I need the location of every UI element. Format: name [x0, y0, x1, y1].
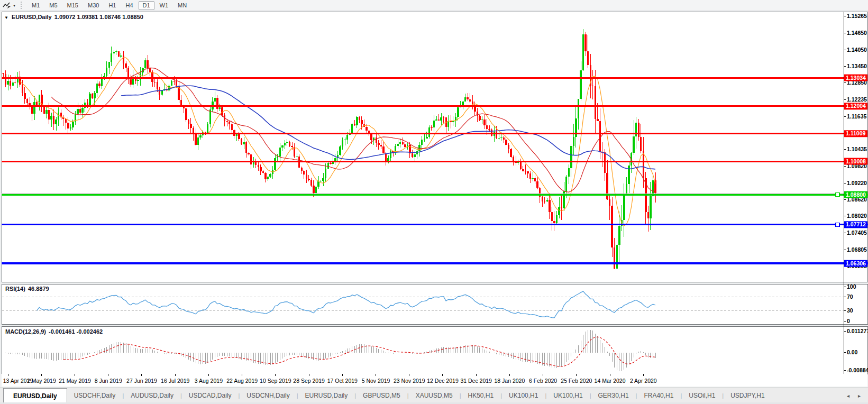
timeframe-button-m30[interactable]: M30 [84, 1, 103, 10]
date-label: 5 Nov 2019 [362, 378, 390, 384]
price-badge-label: 1.13034 [846, 75, 866, 81]
timeframe-button-h1[interactable]: H1 [104, 1, 120, 10]
chart-cursor-icon[interactable] [2, 1, 12, 10]
price-tick-label: 1.11635 [847, 113, 867, 120]
date-label: 10 Sep 2019 [260, 378, 291, 384]
date-label: 14 Mar 2020 [595, 378, 626, 384]
date-label: 6 Feb 2020 [529, 378, 557, 384]
chart-title-ohlc: 1.09072 1.09381 1.08746 1.08850 [54, 14, 143, 20]
price-tick-label: 1.08020 [847, 213, 867, 219]
rsi-tick-label: 70 [847, 293, 853, 300]
macd-name: MACD(12,26,9) [5, 328, 46, 335]
date-label: 12 Dec 2019 [427, 378, 459, 384]
chart-tab-gbpusd-m5[interactable]: GBPUSD,M5 [356, 388, 407, 403]
rsi-name: RSI(14) [5, 286, 25, 292]
timeframe-button-h4[interactable]: H4 [121, 1, 137, 10]
date-label: 18 Jan 2020 [495, 378, 525, 384]
macd-panel [2, 326, 867, 374]
hline-handle-1.07712[interactable] [836, 223, 839, 226]
chart-tabs: EURUSD,DailyUSDCHF,Daily|AUDUSD,Daily|US… [0, 388, 772, 403]
rsi-tick-label: 100 [847, 283, 856, 290]
price-badge-label: 1.07712 [846, 221, 866, 227]
chart-tab-audusd-daily[interactable]: AUDUSD,Daily [124, 388, 180, 403]
date-label: 31 Dec 2019 [460, 378, 492, 384]
price-tick-label: 1.07405 [847, 229, 867, 236]
price-badge-label: 1.08800 [846, 191, 866, 198]
chart-tab-bar: EURUSD,DailyUSDCHF,Daily|AUDUSD,Daily|US… [0, 388, 868, 403]
price-tick-label: 1.06805 [847, 246, 867, 253]
price-badge-label: 1.10008 [846, 158, 866, 164]
macd-tick-label: -0.008845 [847, 367, 868, 373]
chart-tab-usdchf-daily[interactable]: USDCHF,Daily [67, 388, 123, 403]
date-label: 28 Sep 2019 [293, 378, 325, 384]
chart-tab-usoil-h1[interactable]: USOil,H1 [682, 388, 722, 403]
price-badge-label: 1.12004 [846, 103, 866, 109]
chart-tab-usdcnh-daily[interactable]: USDCNH,Daily [240, 388, 296, 403]
price-tick-label: 1.09220 [847, 180, 867, 186]
date-label: 27 Jun 2019 [126, 378, 157, 384]
date-label: 3 Aug 2019 [195, 378, 223, 384]
rsi-value: 46.8879 [28, 286, 49, 292]
chart-canvas: 1.152651.146501.140501.134501.128501.122… [0, 0, 868, 404]
chart-tab-fra40-h1[interactable]: FRA40,H1 [637, 388, 680, 403]
collapse-triangle-icon[interactable]: ▼ [4, 15, 8, 20]
macd-tick-label: 0.00 [847, 349, 858, 355]
date-label: 23 Nov 2019 [394, 378, 425, 384]
date-label: 8 Jun 2019 [95, 378, 122, 384]
macd-indicator-label: MACD(12,26,9)-0.001461 -0.002462 [5, 328, 103, 335]
date-label: 25 Feb 2020 [561, 378, 592, 384]
chart-title-pair: EURUSD,Daily [12, 14, 52, 20]
rsi-tick-label: 0 [847, 318, 850, 324]
price-tick-label: 1.10435 [847, 146, 867, 152]
timeframe-toolbar: ▾ M1M5M15M30H1H4D1W1MN [0, 0, 868, 11]
price-tick-label: 1.14050 [847, 47, 867, 53]
chart-tab-hk50-h1[interactable]: HK50,H1 [461, 388, 501, 403]
chart-tab-eurusd-daily[interactable]: EURUSD,Daily [298, 388, 355, 403]
timeframe-button-m5[interactable]: M5 [45, 1, 61, 10]
chart-tab-usdcad-daily[interactable]: USDCAD,Daily [182, 388, 239, 403]
chart-tab-usdjpy-h1[interactable]: USDJPY,H1 [724, 388, 771, 403]
price-tick-label: 1.15265 [847, 13, 867, 19]
chart-tab-eurusd-daily[interactable]: EURUSD,Daily [3, 388, 67, 403]
date-label: 16 Jul 2019 [161, 378, 189, 384]
timeframe-button-m1[interactable]: M1 [28, 1, 44, 10]
date-label: 2 Apr 2020 [630, 378, 657, 384]
date-label: 2 May 2019 [27, 378, 56, 384]
chart-tab-xauusd-m5[interactable]: XAUUSD,M5 [409, 388, 460, 403]
toolbar-grip[interactable] [21, 2, 24, 9]
price-badge-label: 1.06306 [846, 260, 866, 267]
timeframe-button-w1[interactable]: W1 [156, 1, 173, 10]
tab-scroll-left-icon[interactable]: ◂ [847, 393, 849, 399]
tab-scroll-arrows: ◂ ▸ [847, 388, 868, 403]
rsi-tick-label: 30 [847, 307, 853, 314]
price-panel [2, 12, 867, 282]
price-tick-label: 1.13450 [847, 63, 867, 69]
timeframe-button-d1[interactable]: D1 [139, 1, 154, 10]
price-tick-label: 1.14650 [847, 30, 867, 36]
price-tick-label: 1.12235 [847, 96, 867, 103]
date-label: 21 May 2019 [59, 378, 91, 384]
price-badge-label: 1.11009 [846, 130, 866, 136]
mt4-terminal: { "toolbar": { "chart_tool_icon": "chart… [0, 0, 868, 404]
chart-tab-uk100-h1[interactable]: UK100,H1 [546, 388, 589, 403]
dropdown-caret-icon[interactable]: ▾ [12, 3, 19, 8]
date-label: 22 Aug 2019 [226, 378, 258, 384]
macd-tick-label: 0.011277 [847, 328, 868, 334]
date-label: 17 Oct 2019 [327, 378, 358, 384]
timeframe-button-mn[interactable]: MN [173, 1, 191, 10]
chart-title: ▼EURUSD,Daily1.09072 1.09381 1.08746 1.0… [4, 14, 143, 20]
tab-scroll-right-icon[interactable]: ▸ [858, 393, 861, 399]
chart-tab-uk100-h1[interactable]: UK100,H1 [502, 388, 545, 403]
timeframe-button-m15[interactable]: M15 [63, 1, 83, 10]
rsi-indicator-label: RSI(14)46.8879 [5, 286, 49, 292]
timeframe-buttons: M1M5M15M30H1H4D1W1MN [27, 1, 191, 10]
hline-handle-1.08800[interactable] [836, 193, 839, 197]
macd-values: -0.001461 -0.002462 [49, 328, 103, 335]
chart-tab-ger30-h1[interactable]: GER30,H1 [591, 388, 636, 403]
